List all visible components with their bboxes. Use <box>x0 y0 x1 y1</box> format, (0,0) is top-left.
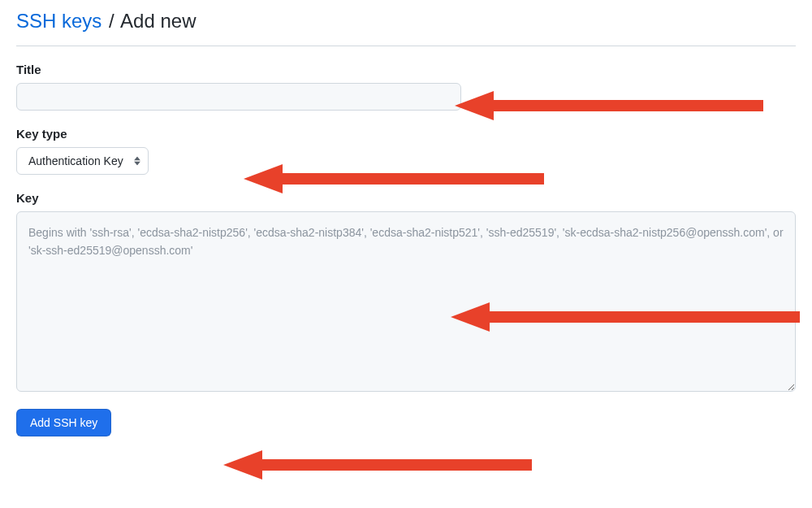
key-label: Key <box>16 191 796 205</box>
add-ssh-key-button[interactable]: Add SSH key <box>16 409 111 436</box>
title-label: Title <box>16 63 796 76</box>
key-type-field-group: Key type Authentication Key <box>16 127 796 175</box>
breadcrumb-current: Add new <box>120 10 196 32</box>
breadcrumb: SSH keys / Add new <box>16 0 796 46</box>
key-field-group: Key <box>16 191 796 394</box>
key-type-label: Key type <box>16 127 796 141</box>
breadcrumb-parent-link[interactable]: SSH keys <box>16 10 102 32</box>
title-input[interactable] <box>16 83 461 111</box>
svg-marker-7 <box>223 450 262 480</box>
breadcrumb-separator: / <box>107 10 116 32</box>
annotation-arrow-icon <box>223 449 532 481</box>
key-textarea[interactable] <box>16 211 796 392</box>
title-field-group: Title <box>16 63 796 111</box>
key-type-select[interactable]: Authentication Key <box>16 147 149 175</box>
